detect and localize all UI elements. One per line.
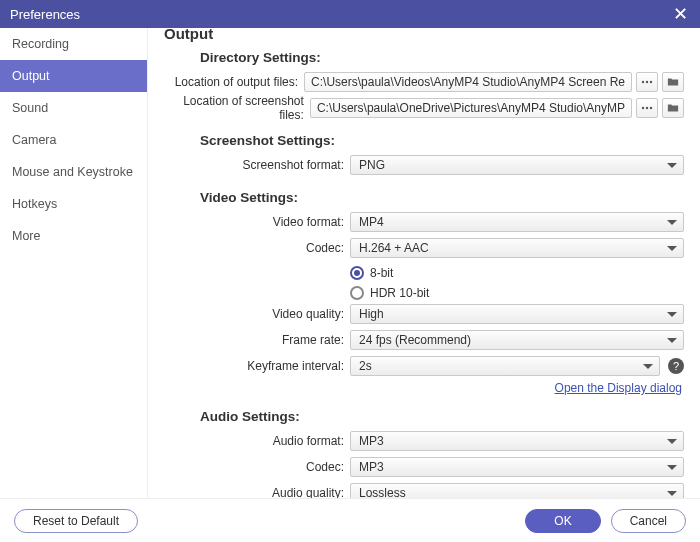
open-display-dialog-link[interactable]: Open the Display dialog [555, 381, 682, 395]
sidebar-item-recording[interactable]: Recording [0, 28, 147, 60]
chevron-down-icon [667, 220, 677, 225]
dots-icon [641, 102, 653, 114]
section-audio: Audio Settings: Audio format: MP3 Codec:… [164, 409, 684, 498]
select-value: MP3 [359, 460, 384, 474]
chevron-down-icon [667, 465, 677, 470]
sidebar: Recording Output Sound Camera Mouse and … [0, 28, 148, 498]
ok-button[interactable]: OK [525, 509, 600, 533]
chevron-down-icon [667, 163, 677, 168]
audio-codec-select[interactable]: MP3 [350, 457, 684, 477]
open-output-folder-button[interactable] [662, 72, 684, 92]
chevron-down-icon [643, 364, 653, 369]
section-screenshot: Screenshot Settings: Screenshot format: … [164, 133, 684, 176]
sidebar-item-label: Recording [12, 37, 69, 51]
sidebar-item-more[interactable]: More [0, 220, 147, 252]
folder-icon [667, 76, 679, 88]
select-value: MP3 [359, 434, 384, 448]
section-header-audio: Audio Settings: [164, 409, 684, 424]
page-title: Output [164, 28, 684, 42]
video-format-select[interactable]: MP4 [350, 212, 684, 232]
close-icon[interactable]: ✕ [670, 3, 690, 25]
footer: Reset to Default OK Cancel [0, 498, 700, 542]
audio-codec-label: Codec: [164, 460, 350, 474]
video-codec-label: Codec: [164, 241, 350, 255]
screenshot-format-select[interactable]: PNG [350, 155, 684, 175]
browse-output-button[interactable] [636, 72, 658, 92]
screenshot-path-label: Location of screenshot files: [164, 94, 310, 122]
frame-rate-select[interactable]: 24 fps (Recommend) [350, 330, 684, 350]
keyframe-interval-select[interactable]: 2s [350, 356, 660, 376]
sidebar-item-label: Mouse and Keystroke [12, 165, 133, 179]
folder-icon [667, 102, 679, 114]
select-value: 2s [359, 359, 372, 373]
sidebar-item-label: Sound [12, 101, 48, 115]
main-panel: Output Directory Settings: Location of o… [148, 28, 700, 498]
audio-quality-label: Audio quality: [164, 486, 350, 498]
sidebar-item-mouse-keystroke[interactable]: Mouse and Keystroke [0, 156, 147, 188]
video-format-label: Video format: [164, 215, 350, 229]
section-header-directory: Directory Settings: [164, 50, 684, 65]
chevron-down-icon [667, 491, 677, 496]
sidebar-item-label: More [12, 229, 40, 243]
keyframe-interval-label: Keyframe interval: [164, 359, 350, 373]
output-path-label: Location of output files: [164, 75, 304, 89]
select-value: Lossless [359, 486, 406, 498]
chevron-down-icon [667, 439, 677, 444]
sidebar-item-label: Output [12, 69, 50, 83]
audio-format-label: Audio format: [164, 434, 350, 448]
select-value: High [359, 307, 384, 321]
radio-8bit-label: 8-bit [370, 266, 393, 280]
radio-dot-icon [354, 270, 360, 276]
select-value: PNG [359, 158, 385, 172]
open-screenshot-folder-button[interactable] [662, 98, 684, 118]
sidebar-item-label: Hotkeys [12, 197, 57, 211]
svg-point-1 [646, 81, 648, 83]
browse-screenshot-button[interactable] [636, 98, 658, 118]
radio-hdr-10bit[interactable] [350, 286, 364, 300]
section-video: Video Settings: Video format: MP4 Codec:… [164, 190, 684, 395]
sidebar-item-output[interactable]: Output [0, 60, 147, 92]
screenshot-path-field[interactable]: C:\Users\paula\OneDrive\Pictures\AnyMP4 … [310, 98, 632, 118]
output-path-field[interactable]: C:\Users\paula\Videos\AnyMP4 Studio\AnyM… [304, 72, 632, 92]
radio-hdr-10bit-label: HDR 10-bit [370, 286, 429, 300]
reset-to-default-button[interactable]: Reset to Default [14, 509, 138, 533]
cancel-button[interactable]: Cancel [611, 509, 686, 533]
button-label: OK [554, 514, 571, 528]
chevron-down-icon [667, 338, 677, 343]
video-quality-label: Video quality: [164, 307, 350, 321]
chevron-down-icon [667, 246, 677, 251]
section-header-screenshot: Screenshot Settings: [164, 133, 684, 148]
select-value: 24 fps (Recommend) [359, 333, 471, 347]
audio-format-select[interactable]: MP3 [350, 431, 684, 451]
window-title: Preferences [10, 7, 80, 22]
sidebar-item-sound[interactable]: Sound [0, 92, 147, 124]
sidebar-item-label: Camera [12, 133, 56, 147]
dots-icon [641, 76, 653, 88]
video-quality-select[interactable]: High [350, 304, 684, 324]
button-label: Cancel [630, 514, 667, 528]
audio-quality-select[interactable]: Lossless [350, 483, 684, 498]
svg-point-2 [650, 81, 652, 83]
help-icon[interactable]: ? [668, 358, 684, 374]
svg-point-3 [642, 107, 644, 109]
select-value: H.264 + AAC [359, 241, 429, 255]
button-label: Reset to Default [33, 514, 119, 528]
section-header-video: Video Settings: [164, 190, 684, 205]
svg-point-0 [642, 81, 644, 83]
svg-point-5 [650, 107, 652, 109]
frame-rate-label: Frame rate: [164, 333, 350, 347]
select-value: MP4 [359, 215, 384, 229]
chevron-down-icon [667, 312, 677, 317]
video-codec-select[interactable]: H.264 + AAC [350, 238, 684, 258]
radio-8bit[interactable] [350, 266, 364, 280]
svg-point-4 [646, 107, 648, 109]
sidebar-item-hotkeys[interactable]: Hotkeys [0, 188, 147, 220]
screenshot-format-label: Screenshot format: [164, 158, 350, 172]
section-directory: Directory Settings: Location of output f… [164, 50, 684, 119]
titlebar: Preferences ✕ [0, 0, 700, 28]
sidebar-item-camera[interactable]: Camera [0, 124, 147, 156]
